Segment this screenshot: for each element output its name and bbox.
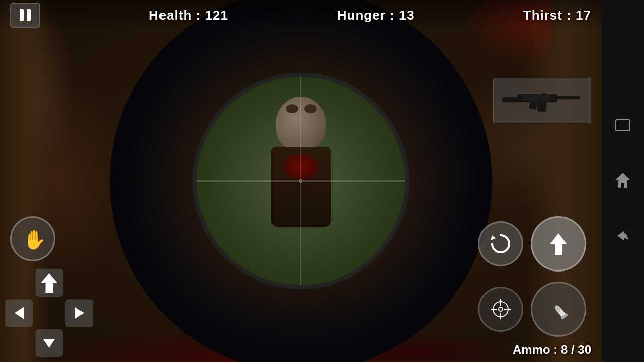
ammo-label: Ammo : 8 / 30 (513, 343, 591, 356)
down-arrow-icon (43, 339, 55, 348)
recent-apps-button[interactable] (615, 119, 630, 131)
action-buttons-row (478, 216, 586, 272)
svg-text:✋: ✋ (23, 228, 45, 251)
dpad-down-button[interactable] (35, 329, 63, 357)
dpad-control (5, 269, 93, 357)
pause-bar-right (27, 9, 31, 21)
svg-rect-7 (522, 95, 550, 101)
jump-icon (545, 230, 573, 258)
home-icon (614, 171, 631, 189)
back-button[interactable] (614, 229, 631, 243)
android-nav-bar (601, 0, 644, 362)
svg-marker-11 (550, 233, 567, 255)
svg-marker-21 (615, 173, 630, 188)
svg-rect-0 (502, 97, 520, 102)
bottom-right-controls (478, 282, 586, 337)
bullet-icon (542, 293, 575, 326)
crosshair-icon (488, 297, 513, 322)
jump-button[interactable] (531, 216, 586, 272)
ammo-display: Ammo : 8 / 30 (513, 343, 591, 357)
hunger-display: Hunger : 13 (337, 8, 415, 23)
thirst-display: Thirst : 17 (523, 8, 591, 23)
scope-view (195, 75, 407, 287)
svg-marker-10 (491, 235, 496, 240)
svg-marker-9 (40, 273, 57, 293)
pause-button[interactable] (10, 3, 40, 28)
health-display: Health : 121 (149, 8, 228, 23)
reload-icon (488, 231, 513, 256)
pause-bar-left (20, 9, 24, 21)
hud-top-bar: Health : 121 Hunger : 13 Thirst : 17 (0, 0, 601, 30)
weapon-icon (502, 83, 583, 118)
hand-icon: ✋ (20, 226, 45, 251)
fire-button[interactable] (531, 282, 586, 337)
left-arrow-icon (15, 307, 24, 319)
game-viewport[interactable]: Health : 121 Hunger : 13 Thirst : 17 (0, 0, 601, 362)
scope-target-button[interactable] (478, 287, 523, 332)
right-arrow-icon (75, 307, 84, 319)
reload-button[interactable] (478, 221, 523, 266)
up-arrow-icon (35, 269, 63, 297)
svg-rect-2 (555, 96, 580, 99)
weapon-display (493, 78, 591, 123)
hand-action-button[interactable]: ✋ (10, 216, 55, 261)
dpad-up-button[interactable] (35, 269, 63, 297)
home-button[interactable] (614, 171, 631, 189)
svg-rect-3 (537, 100, 547, 112)
dpad-right-button[interactable] (65, 299, 93, 327)
back-icon (614, 229, 631, 243)
crosshair-dot (299, 179, 302, 183)
dpad-left-button[interactable] (5, 299, 33, 327)
svg-point-17 (499, 307, 503, 311)
recent-apps-icon (615, 119, 630, 131)
